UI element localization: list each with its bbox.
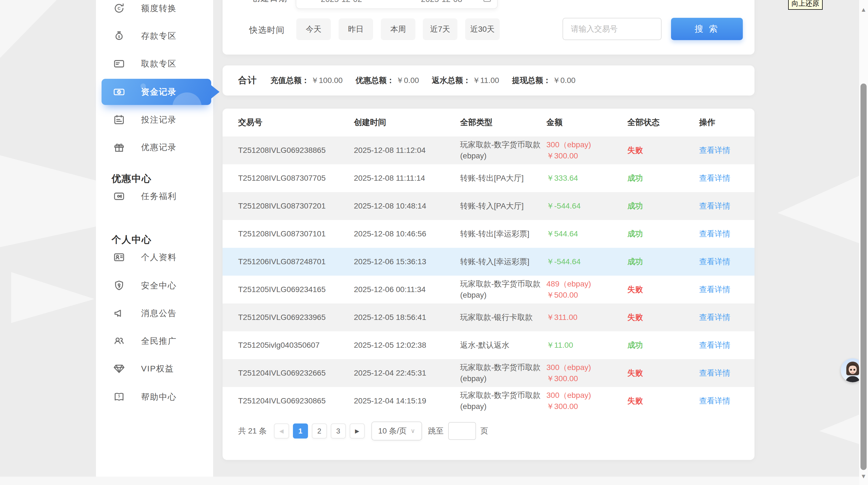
sidebar-item-referral[interactable]: 全民推广 bbox=[96, 329, 213, 353]
col-status[interactable]: 全部状态 bbox=[627, 117, 699, 128]
cell-action: 查看详情 bbox=[699, 312, 754, 323]
amount-line: 300（ebpay) bbox=[547, 139, 627, 150]
svg-text:C: C bbox=[118, 6, 121, 10]
sidebar-item-label: 资金记录 bbox=[141, 86, 177, 98]
page: C额度转换$存款专区取款专区$资金记录投注记录优惠记录优惠中心任务福利个人中心个… bbox=[0, 0, 868, 485]
sidebar-item-task-benefits[interactable]: 任务福利 bbox=[96, 184, 213, 209]
date-range-picker[interactable]: 2025-12-02 2025-12-08 bbox=[296, 0, 498, 9]
svg-text:$: $ bbox=[118, 34, 120, 39]
table-row: T251208IVLG0692388652025-12-08 11:12:04玩… bbox=[223, 136, 754, 164]
pagination-total: 共 21 条 bbox=[238, 426, 267, 436]
page-button-1[interactable]: 1 bbox=[293, 424, 308, 438]
sidebar-item-deposit[interactable]: $存款专区 bbox=[96, 23, 213, 49]
amount-line: ￥311.00 bbox=[547, 312, 627, 323]
sidebar-item-profile[interactable]: 个人资料 bbox=[96, 245, 213, 270]
amount-line: ￥500.00 bbox=[547, 290, 627, 301]
cell-transaction-id: T251204IVLG069232665 bbox=[238, 369, 354, 377]
page-button-2[interactable]: 2 bbox=[312, 424, 327, 438]
view-detail-link[interactable]: 查看详情 bbox=[699, 174, 730, 182]
sidebar-item-messages[interactable]: 消息公告 bbox=[96, 301, 213, 326]
banknote-icon: $ bbox=[113, 85, 125, 98]
jump-page-input[interactable] bbox=[448, 422, 476, 440]
view-detail-link[interactable]: 查看详情 bbox=[699, 285, 730, 294]
col-type[interactable]: 全部类型 bbox=[460, 117, 547, 128]
view-detail-link[interactable]: 查看详情 bbox=[699, 396, 730, 405]
type-line: 玩家取款-数字货币取款 bbox=[460, 278, 547, 290]
prev-page-button[interactable]: ◀ bbox=[274, 424, 289, 438]
sidebar-item-label: 个人资料 bbox=[141, 252, 177, 263]
cell-transaction-id: T251205IVLG069234165 bbox=[238, 285, 354, 294]
cell-transaction-id: T251206IVLG087248701 bbox=[238, 257, 354, 266]
cell-status: 成功 bbox=[627, 173, 699, 183]
sidebar-item-label: 优惠记录 bbox=[141, 142, 177, 153]
sidebar-item-label: 取款专区 bbox=[141, 58, 177, 69]
col-amount: 金额 bbox=[547, 117, 627, 128]
amount-line: 489（ebpay) bbox=[547, 278, 627, 290]
date-end-value[interactable]: 2025-12-08 bbox=[421, 0, 462, 4]
sidebar-item-label: 额度转换 bbox=[141, 3, 177, 14]
amount-line: ￥333.64 bbox=[547, 173, 627, 183]
cell-transaction-id: T251204IVLG069230865 bbox=[238, 396, 354, 405]
view-detail-link[interactable]: 查看详情 bbox=[699, 341, 730, 349]
page-button-3[interactable]: 3 bbox=[331, 424, 346, 438]
amount-line: 300（ebpay) bbox=[547, 390, 627, 401]
view-detail-link[interactable]: 查看详情 bbox=[699, 202, 730, 210]
cell-type: 转账-转出[幸运彩票] bbox=[460, 229, 547, 239]
page-bottom-strip bbox=[0, 477, 868, 485]
page-size-value: 10 条/页 bbox=[378, 426, 407, 436]
view-detail-link[interactable]: 查看详情 bbox=[699, 369, 730, 377]
cell-type: 返水-默认返水 bbox=[460, 340, 547, 350]
type-line: 玩家取款-数字货币取款 bbox=[460, 390, 547, 401]
quick-time-this-week[interactable]: 本周 bbox=[381, 18, 415, 40]
search-button[interactable]: 搜 索 bbox=[671, 18, 743, 40]
sidebar-item-funds-record[interactable]: $资金记录 bbox=[101, 79, 211, 105]
amount-line: ￥-544.64 bbox=[547, 201, 627, 211]
cell-created-time: 2025-12-04 14:15:19 bbox=[354, 396, 460, 405]
sidebar-item-label: 存款专区 bbox=[141, 30, 177, 42]
view-detail-link[interactable]: 查看详情 bbox=[699, 146, 730, 154]
sidebar-item-withdraw[interactable]: 取款专区 bbox=[96, 51, 213, 76]
scrollbar[interactable]: ▲ ▼ bbox=[859, 0, 868, 485]
type-line: (ebpay) bbox=[460, 373, 547, 384]
type-line: 返水-默认返水 bbox=[460, 340, 547, 350]
sidebar-item-promo-record[interactable]: 优惠记录 bbox=[96, 135, 213, 160]
summary-card: 合计 充值总额：￥100.00优惠总额：￥0.00返水总额：￥11.00提现总额… bbox=[223, 65, 754, 95]
cell-amount: ￥11.00 bbox=[547, 340, 627, 350]
quick-time-last-7-days[interactable]: 近7天 bbox=[423, 18, 457, 40]
amount-line: ￥544.64 bbox=[547, 229, 627, 239]
page-size-select[interactable]: 10 条/页 ∨ bbox=[371, 422, 422, 440]
search-input[interactable] bbox=[562, 18, 661, 40]
cell-amount: 300（ebpay)￥300.00 bbox=[547, 139, 627, 162]
jump-label: 跳至 bbox=[428, 426, 444, 436]
sidebar-item-vip[interactable]: VIP权益 bbox=[96, 356, 213, 381]
table-row: T251208IVLG0873071012025-12-08 10:46:56转… bbox=[223, 220, 754, 248]
scrollbar-thumb[interactable] bbox=[861, 84, 867, 470]
diamond-icon bbox=[113, 362, 125, 375]
sidebar-item-bet-record[interactable]: 投注记录 bbox=[96, 107, 213, 132]
sidebar-item-label: 帮助中心 bbox=[141, 392, 177, 403]
scroll-down-icon[interactable]: ▼ bbox=[859, 473, 868, 480]
summary-item-value: ￥11.00 bbox=[472, 75, 499, 86]
cell-status: 成功 bbox=[627, 340, 699, 350]
quick-time-yesterday[interactable]: 昨日 bbox=[339, 18, 373, 40]
sidebar-item-security[interactable]: 安全中心 bbox=[96, 273, 213, 298]
sidebar-section-header: 优惠中心 bbox=[112, 172, 152, 185]
sidebar-item-help[interactable]: ?帮助中心 bbox=[96, 384, 213, 409]
book-question-icon: ? bbox=[113, 391, 125, 403]
type-line: 玩家取款-数字货币取款 bbox=[460, 139, 547, 150]
cell-amount: ￥544.64 bbox=[547, 229, 627, 239]
scroll-up-icon[interactable]: ▲ bbox=[859, 6, 868, 13]
next-page-button[interactable]: ▶ bbox=[350, 424, 365, 438]
summary-item-label: 优惠总额： bbox=[355, 75, 395, 86]
view-detail-link[interactable]: 查看详情 bbox=[699, 229, 730, 238]
view-detail-link[interactable]: 查看详情 bbox=[699, 313, 730, 321]
quick-time-today[interactable]: 今天 bbox=[296, 18, 331, 40]
amount-line: ￥11.00 bbox=[547, 340, 627, 350]
amount-line: ￥300.00 bbox=[547, 401, 627, 412]
date-start-value[interactable]: 2025-12-02 bbox=[321, 0, 362, 4]
type-line: 转账-转入[PA大厅] bbox=[460, 201, 547, 211]
view-detail-link[interactable]: 查看详情 bbox=[699, 257, 730, 266]
quick-time-last-30-days[interactable]: 近30天 bbox=[465, 18, 500, 40]
table-row: T251205IVLG0692341652025-12-06 00:11:34玩… bbox=[223, 276, 754, 304]
sidebar-item-quota-convert[interactable]: C额度转换 bbox=[96, 0, 213, 21]
